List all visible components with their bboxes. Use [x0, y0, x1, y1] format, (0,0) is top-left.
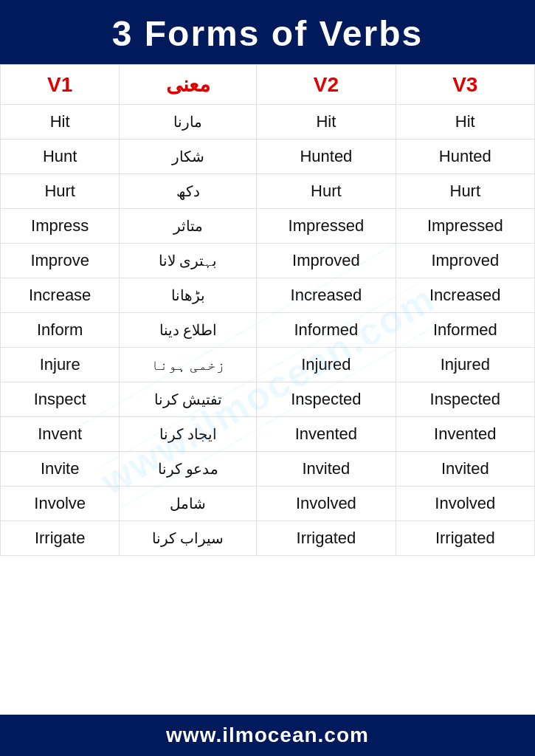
table-row: IncreaseبڑھاناIncreasedIncreased — [1, 278, 535, 313]
english-cell: Hit — [257, 105, 396, 140]
page-title: 3 Forms of Verbs — [15, 13, 520, 54]
urdu-cell: متاثر — [120, 209, 257, 244]
table-row: HuntشکارHuntedHunted — [1, 140, 535, 174]
english-cell: Irrigated — [396, 521, 534, 556]
table-row: ImpressمتاثرImpressedImpressed — [1, 209, 535, 244]
table-row: Irrigateسیراب کرناIrrigatedIrrigated — [1, 521, 535, 556]
page-header: 3 Forms of Verbs — [0, 0, 535, 64]
english-cell: Involved — [257, 487, 396, 521]
english-cell: Injured — [396, 348, 534, 382]
english-cell: Inform — [1, 313, 120, 348]
english-cell: Irrigated — [257, 521, 396, 556]
english-cell: Involve — [1, 487, 120, 521]
english-cell: Hit — [396, 105, 534, 140]
table-row: Injureزخمی ہوناInjuredInjured — [1, 348, 535, 382]
english-cell: Invited — [396, 452, 534, 487]
urdu-cell: اطلاع دینا — [120, 313, 257, 348]
english-cell: Impress — [1, 209, 120, 244]
page-footer: www.ilmocean.com — [0, 715, 535, 756]
english-cell: Hurt — [1, 174, 120, 209]
col-v3: V3 — [396, 65, 534, 105]
english-cell: Involved — [396, 487, 534, 521]
english-cell: Irrigate — [1, 521, 120, 556]
urdu-cell: سیراب کرنا — [120, 521, 257, 556]
col-v2: V2 — [257, 65, 396, 105]
english-cell: Increase — [1, 278, 120, 313]
col-v1: V1 — [1, 65, 120, 105]
footer-website: www.ilmocean.com — [166, 724, 369, 746]
table-container: V1 معنی V2 V3 HitمارناHitHitHuntشکارHunt… — [0, 64, 535, 556]
urdu-cell: تفتیش کرنا — [120, 382, 257, 417]
english-cell: Increased — [396, 278, 534, 313]
english-cell: Improved — [257, 244, 396, 278]
english-cell: Hunted — [396, 140, 534, 174]
english-cell: Improved — [396, 244, 534, 278]
english-cell: Inspected — [396, 382, 534, 417]
table-body: HitمارناHitHitHuntشکارHuntedHuntedHurtدک… — [1, 105, 535, 556]
urdu-cell: شامل — [120, 487, 257, 521]
urdu-cell: شکار — [120, 140, 257, 174]
english-cell: Hunted — [257, 140, 396, 174]
english-cell: Improve — [1, 244, 120, 278]
urdu-cell: بڑھانا — [120, 278, 257, 313]
english-cell: Informed — [257, 313, 396, 348]
english-cell: Hit — [1, 105, 120, 140]
table-row: Improveبہتری لاناImprovedImproved — [1, 244, 535, 278]
english-cell: Invented — [257, 417, 396, 452]
english-cell: Invite — [1, 452, 120, 487]
english-cell: Inspect — [1, 382, 120, 417]
table-row: HitمارناHitHit — [1, 105, 535, 140]
english-cell: Impressed — [396, 209, 534, 244]
english-cell: Invent — [1, 417, 120, 452]
english-cell: Hunt — [1, 140, 120, 174]
english-cell: Injure — [1, 348, 120, 382]
urdu-cell: مدعو کرنا — [120, 452, 257, 487]
english-cell: Hurt — [396, 174, 534, 209]
english-cell: Impressed — [257, 209, 396, 244]
col-meaning: معنی — [120, 65, 257, 105]
table-row: Informاطلاع دیناInformedInformed — [1, 313, 535, 348]
table-row: Inventایجاد کرناInventedInvented — [1, 417, 535, 452]
table-row: HurtدکھHurtHurt — [1, 174, 535, 209]
table-row: Inviteمدعو کرناInvitedInvited — [1, 452, 535, 487]
english-cell: Hurt — [257, 174, 396, 209]
verb-forms-table: V1 معنی V2 V3 HitمارناHitHitHuntشکارHunt… — [0, 64, 535, 556]
english-cell: Injured — [257, 348, 396, 382]
english-cell: Inspected — [257, 382, 396, 417]
table-row: Inspectتفتیش کرناInspectedInspected — [1, 382, 535, 417]
table-row: InvolveشاملInvolvedInvolved — [1, 487, 535, 521]
table-wrapper: www.ilmocean.com V1 معنی V2 V3 HitمارناH… — [0, 64, 535, 715]
english-cell: Informed — [396, 313, 534, 348]
english-cell: Invited — [257, 452, 396, 487]
urdu-cell: زخمی ہونا — [120, 348, 257, 382]
urdu-cell: مارنا — [120, 105, 257, 140]
english-cell: Increased — [257, 278, 396, 313]
table-header-row: V1 معنی V2 V3 — [1, 65, 535, 105]
urdu-cell: دکھ — [120, 174, 257, 209]
urdu-cell: بہتری لانا — [120, 244, 257, 278]
urdu-cell: ایجاد کرنا — [120, 417, 257, 452]
english-cell: Invented — [396, 417, 534, 452]
